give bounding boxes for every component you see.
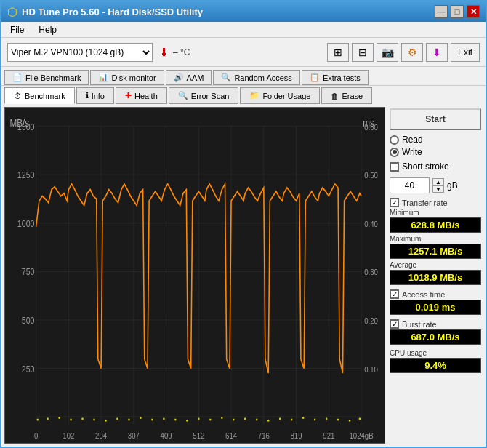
benchmark-icon: ⏱ <box>14 92 22 100</box>
chart-area: 1500 1250 1000 750 500 250 MB/s ms 0.60 … <box>4 107 385 444</box>
burst-rate-value: 687.0 MB/s <box>390 329 481 345</box>
tab-aam[interactable]: 🔊 AAM <box>166 70 212 85</box>
maximize-button[interactable]: □ <box>451 5 464 18</box>
tab-extra-tests[interactable]: 📋 Extra tests <box>302 70 369 85</box>
read-write-group: Read Write <box>390 135 481 157</box>
svg-text:1000: 1000 <box>17 218 35 228</box>
health-icon: ✚ <box>125 91 132 100</box>
svg-rect-0 <box>5 108 385 443</box>
main-window: ⬡ HD Tune Pro 5.60 - Hard Disk/SSD Utili… <box>0 0 487 448</box>
access-time-label: Access time <box>402 290 445 299</box>
svg-point-46 <box>58 417 60 419</box>
svg-text:1024gB: 1024gB <box>350 431 374 440</box>
svg-point-59 <box>209 418 212 420</box>
svg-point-56 <box>174 418 177 420</box>
app-icon: ⬡ <box>7 5 17 19</box>
toolbar: Viper M.2 VPN100 (1024 gB) 🌡 – °C ⊞ ⊟ 📷 … <box>1 38 486 67</box>
svg-point-64 <box>267 420 270 422</box>
svg-point-44 <box>36 418 39 420</box>
svg-text:614: 614 <box>225 431 237 440</box>
write-radio[interactable]: Write <box>390 147 481 157</box>
svg-text:0: 0 <box>34 431 38 440</box>
svg-text:204: 204 <box>95 431 107 440</box>
menu-help[interactable]: Help <box>36 24 60 36</box>
tab-erase[interactable]: 🗑 Erase <box>321 87 372 104</box>
cpu-usage-label: CPU usage <box>390 349 481 357</box>
tab-info[interactable]: ℹ Info <box>76 87 114 104</box>
svg-text:500: 500 <box>22 315 35 325</box>
read-radio-circle <box>390 135 399 145</box>
svg-text:1250: 1250 <box>17 169 35 180</box>
svg-point-68 <box>314 418 316 420</box>
minimize-button[interactable]: — <box>435 5 448 18</box>
main-content: 1500 1250 1000 750 500 250 MB/s ms 0.60 … <box>1 104 486 447</box>
access-time-checkbox[interactable]: ✓ <box>390 289 399 299</box>
close-button[interactable]: ✕ <box>467 5 480 18</box>
disk-monitor-icon: 📊 <box>98 73 108 82</box>
svg-text:750: 750 <box>22 267 35 277</box>
cpu-usage-block: CPU usage 9.4% <box>390 349 481 373</box>
title-bar: ⬡ HD Tune Pro 5.60 - Hard Disk/SSD Utili… <box>1 1 486 22</box>
aam-icon: 🔊 <box>174 73 184 82</box>
tab-random-access[interactable]: 🔍 Random Access <box>213 70 299 85</box>
maximum-value: 1257.1 MB/s <box>390 244 481 259</box>
cpu-usage-value: 9.4% <box>390 358 481 373</box>
benchmark-chart: 1500 1250 1000 750 500 250 MB/s ms 0.60 … <box>5 108 385 443</box>
menu-bar: File Help <box>1 22 486 38</box>
info-icon: ℹ <box>86 91 89 100</box>
svg-point-52 <box>128 418 130 420</box>
window-controls: — □ ✕ <box>435 5 480 18</box>
tab-disk-monitor[interactable]: 📊 Disk monitor <box>90 70 164 85</box>
svg-text:MB/s: MB/s <box>9 117 29 129</box>
burst-rate-block: ✓ Burst rate 687.0 MB/s <box>390 319 481 345</box>
start-button[interactable]: Start <box>390 108 481 130</box>
maximum-label: Maximum <box>390 235 481 243</box>
tab-folder-usage[interactable]: 📁 Folder Usage <box>240 87 320 104</box>
short-stroke-label: Short stroke <box>402 161 449 172</box>
read-radio[interactable]: Read <box>390 135 481 145</box>
tab-benchmark[interactable]: ⏱ Benchmark <box>4 87 75 104</box>
spin-down[interactable]: ▼ <box>432 185 444 193</box>
temp-value: – °C <box>173 47 190 57</box>
svg-point-66 <box>291 418 293 420</box>
svg-point-50 <box>105 420 107 422</box>
temp-display: 🌡 – °C <box>158 46 190 59</box>
random-access-icon: 🔍 <box>221 73 231 82</box>
toolbar-icons: ⊞ ⊟ 📷 ⚙ ⬇ Exit <box>327 43 480 62</box>
tab-file-benchmark[interactable]: 📄 File Benchmark <box>4 70 89 85</box>
svg-text:0.60: 0.60 <box>364 122 378 132</box>
error-scan-icon: 🔍 <box>178 91 188 100</box>
svg-point-54 <box>151 418 153 420</box>
svg-point-48 <box>81 417 84 420</box>
toolbar-btn-3[interactable]: 📷 <box>377 43 398 62</box>
toolbar-btn-5[interactable]: ⬇ <box>426 43 448 62</box>
short-stroke-checkbox[interactable] <box>390 162 399 172</box>
gb-input[interactable] <box>390 177 430 193</box>
gb-row: ▲ ▼ gB <box>390 177 481 193</box>
file-benchmark-icon: 📄 <box>12 73 23 82</box>
folder-usage-icon: 📁 <box>249 91 259 100</box>
svg-point-58 <box>198 417 200 420</box>
transfer-rate-checkbox[interactable]: ✓ <box>390 198 399 207</box>
svg-point-53 <box>140 417 142 419</box>
spin-up[interactable]: ▲ <box>432 178 444 185</box>
svg-text:921: 921 <box>323 431 334 440</box>
drive-select[interactable]: Viper M.2 VPN100 (1024 gB) <box>7 43 153 62</box>
svg-point-63 <box>256 418 258 420</box>
svg-point-67 <box>302 417 305 419</box>
toolbar-btn-2[interactable]: ⊟ <box>352 43 374 62</box>
menu-file[interactable]: File <box>7 24 27 36</box>
svg-point-71 <box>349 420 351 422</box>
svg-text:0.40: 0.40 <box>364 219 378 228</box>
exit-button[interactable]: Exit <box>451 43 480 62</box>
tabs-row1: 📄 File Benchmark 📊 Disk monitor 🔊 AAM 🔍 … <box>1 67 486 86</box>
toolbar-btn-1[interactable]: ⊞ <box>327 43 349 62</box>
tab-health[interactable]: ✚ Health <box>116 87 167 104</box>
tab-error-scan[interactable]: 🔍 Error Scan <box>169 87 239 104</box>
svg-text:819: 819 <box>291 431 302 440</box>
burst-rate-checkbox[interactable]: ✓ <box>390 319 399 329</box>
gb-label: gB <box>447 180 458 191</box>
svg-point-61 <box>233 418 235 420</box>
toolbar-btn-4[interactable]: ⚙ <box>401 43 423 62</box>
read-label: Read <box>402 135 423 145</box>
